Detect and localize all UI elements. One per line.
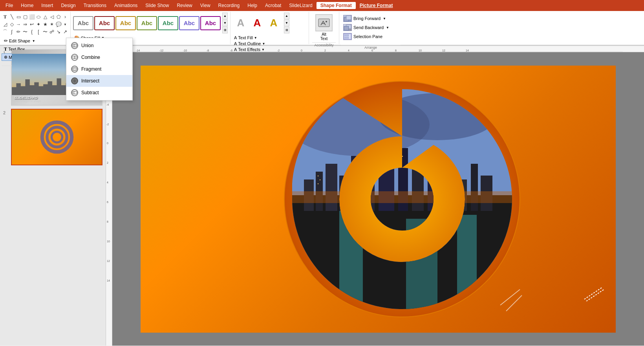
- shape-scribble[interactable]: 〜: [22, 28, 29, 35]
- send-backward-button[interactable]: Send Backward ▼: [341, 23, 401, 32]
- scroll-up[interactable]: ▲: [222, 13, 228, 19]
- wordart-scroll-more[interactable]: ⊞: [284, 27, 289, 33]
- style-swatch-2[interactable]: Abc: [94, 16, 115, 30]
- svg-line-55: [500, 289, 520, 305]
- style-swatch-4[interactable]: Abc: [137, 16, 157, 30]
- svg-rect-41: [320, 179, 320, 180]
- shape-rtriangle2[interactable]: ◿: [2, 21, 9, 28]
- svg-point-18: [47, 127, 66, 147]
- shape-callout[interactable]: 💬: [55, 21, 62, 28]
- shape-wave[interactable]: 〜: [42, 28, 49, 35]
- fragment-icon: [71, 66, 78, 73]
- menu-slidelizard[interactable]: SlideLizard: [285, 2, 316, 9]
- spiral-svg: [280, 77, 524, 321]
- slide-thumb-img-2[interactable]: [11, 109, 102, 165]
- menu-acrobat[interactable]: Acrobat: [261, 2, 285, 9]
- shape-bracket[interactable]: [: [35, 28, 42, 35]
- intersect-label: Intersect: [81, 78, 99, 84]
- shape-rounded-rect[interactable]: ▢: [22, 13, 29, 20]
- edit-shape-button[interactable]: ✏ Edit Shape ▼: [2, 37, 69, 45]
- shape-arrow1[interactable]: →: [15, 21, 22, 28]
- menu-slideshow[interactable]: Slide Show: [141, 2, 173, 9]
- shape-line[interactable]: ╲: [8, 13, 15, 20]
- slide-thumb-2[interactable]: 2: [3, 109, 102, 165]
- menu-insert[interactable]: Insert: [37, 2, 57, 9]
- text-fill-button[interactable]: A Text Fill ▼: [233, 35, 306, 40]
- scroll-down[interactable]: ▼: [222, 20, 228, 26]
- intersect-icon: [71, 77, 78, 84]
- menu-animations[interactable]: Animations: [110, 2, 141, 9]
- shape-star5[interactable]: ★: [42, 21, 49, 28]
- wordart-scroll: ▲ ▼ ⊞: [284, 13, 289, 33]
- menu-file[interactable]: File: [2, 2, 17, 9]
- ruler-h-content: -14 -12 -10 -8 -6 -4 -2 0 2 4 6 8 10 12 …: [112, 46, 644, 52]
- shape-star4[interactable]: ✦: [35, 21, 42, 28]
- shape-textbox[interactable]: 𝐓: [2, 13, 9, 20]
- wordart-scroll-up[interactable]: ▲: [284, 13, 289, 19]
- shape-extra2[interactable]: ↗: [62, 28, 69, 35]
- shape-brace[interactable]: {: [28, 28, 35, 35]
- shape-more[interactable]: ▼: [62, 21, 69, 28]
- shape-pentagon[interactable]: ⬠: [55, 13, 62, 20]
- send-backward-label: Send Backward: [353, 25, 384, 30]
- shape-star6[interactable]: ✶: [48, 21, 55, 28]
- shape-extra1[interactable]: ↘: [55, 28, 62, 35]
- svg-line-56: [506, 295, 522, 311]
- shape-snip-rect[interactable]: ⬜: [28, 13, 35, 20]
- shape-arrow3[interactable]: ↩: [28, 21, 35, 28]
- wordart-a-red[interactable]: A: [249, 15, 265, 32]
- shape-chevron[interactable]: ›: [62, 13, 69, 20]
- shape-diamond[interactable]: ◇: [8, 21, 15, 28]
- menu-transitions[interactable]: Transitions: [80, 2, 110, 9]
- svg-rect-3: [346, 16, 351, 20]
- slide-canvas[interactable]: [141, 66, 616, 333]
- wordart-a-gold[interactable]: A: [266, 15, 282, 32]
- style-swatch-1[interactable]: Abc: [73, 16, 93, 30]
- slide-viewport: -8 -6 -4 -2 0 2 4 6 8 10 12 14: [106, 52, 644, 346]
- style-swatch-5[interactable]: Abc: [158, 16, 178, 30]
- shape-arc[interactable]: ⌒: [2, 28, 9, 35]
- menu-review[interactable]: Review: [173, 2, 196, 9]
- menu-home[interactable]: Home: [17, 2, 37, 9]
- scroll-more[interactable]: ⊞: [222, 27, 228, 33]
- svg-point-10: [74, 44, 77, 47]
- combine-item[interactable]: Combine: [66, 51, 132, 63]
- shape-oval[interactable]: ⬭: [35, 13, 42, 20]
- merge-shapes-icon: ⊕: [4, 55, 7, 60]
- style-swatch-6[interactable]: Abc: [179, 16, 199, 30]
- menubar: File Home Insert Design Transitions Anim…: [0, 0, 644, 11]
- edit-shape-arrow: ▼: [32, 39, 35, 43]
- shape-scroll[interactable]: ☍: [48, 28, 55, 35]
- text-outline-button[interactable]: A Text Outline ▼: [233, 41, 306, 46]
- style-swatch-3[interactable]: Abc: [115, 16, 136, 30]
- selection-pane-button[interactable]: Selection Pane: [341, 32, 401, 41]
- wordart-scroll-down[interactable]: ▼: [284, 20, 289, 26]
- fragment-label: Fragment: [81, 66, 101, 72]
- shape-triangle[interactable]: △: [42, 13, 49, 20]
- wordart-a-gray[interactable]: A: [233, 15, 249, 32]
- accessibility-group: Alt Text Accessibility: [309, 12, 339, 44]
- intersect-item[interactable]: Intersect: [66, 75, 132, 87]
- shape-arrow2[interactable]: ⇒: [22, 21, 29, 28]
- alt-text-button[interactable]: Alt Text: [312, 13, 336, 42]
- svg-point-1: [326, 21, 327, 22]
- menu-recording[interactable]: Recording: [214, 2, 244, 9]
- fragment-item[interactable]: Fragment: [66, 63, 132, 75]
- shape-curve[interactable]: ∫: [8, 28, 15, 35]
- subtract-icon: [71, 89, 78, 96]
- style-swatch-7[interactable]: Abc: [200, 16, 221, 30]
- menu-help[interactable]: Help: [243, 2, 261, 9]
- shape-freeform[interactable]: ✏: [15, 28, 22, 35]
- subtract-item[interactable]: Subtract: [66, 87, 132, 99]
- union-item[interactable]: Union: [66, 40, 132, 51]
- tab-shape-format[interactable]: Shape Format: [317, 2, 356, 9]
- menu-view[interactable]: View: [196, 2, 214, 9]
- menu-design[interactable]: Design: [57, 2, 79, 9]
- selection-pane-icon: [343, 33, 352, 40]
- bring-forward-button[interactable]: Bring Forward ▼: [341, 14, 401, 23]
- main-area: -14 -12 -10 -8 -6 -4 -2 0 2 4 6 8 10 12 …: [106, 46, 644, 346]
- send-backward-icon: [343, 24, 352, 31]
- tab-picture-format[interactable]: Picture Format: [356, 2, 397, 9]
- shape-rtriangle[interactable]: ◁: [48, 13, 55, 20]
- shape-rect[interactable]: ▭: [15, 13, 22, 20]
